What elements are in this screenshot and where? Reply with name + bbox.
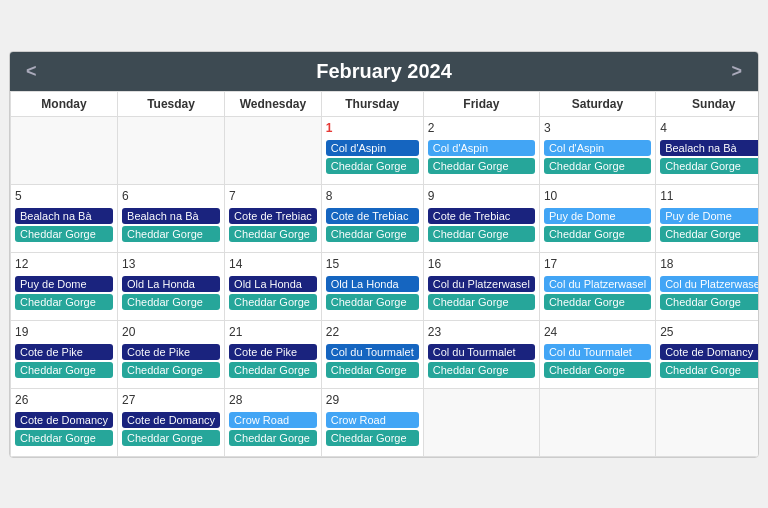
calendar-event[interactable]: Puy de Dome: [544, 208, 651, 224]
calendar-event[interactable]: Cheddar Gorge: [326, 226, 419, 242]
calendar-event[interactable]: Cheddar Gorge: [428, 226, 535, 242]
calendar-event[interactable]: Cheddar Gorge: [15, 362, 113, 378]
day-number: 27: [122, 393, 220, 409]
calendar-event[interactable]: Cheddar Gorge: [326, 158, 419, 174]
day-number: 18: [660, 257, 759, 273]
day-number: 26: [15, 393, 113, 409]
calendar-event[interactable]: Col du Platzerwasel: [660, 276, 759, 292]
calendar-event[interactable]: Cheddar Gorge: [428, 158, 535, 174]
day-number: 9: [428, 189, 535, 205]
day-number: 8: [326, 189, 419, 205]
calendar-event[interactable]: Bealach na Bà: [122, 208, 220, 224]
day-number: 2: [428, 121, 535, 137]
calendar-event[interactable]: Col du Tourmalet: [544, 344, 651, 360]
calendar-event[interactable]: Cheddar Gorge: [15, 430, 113, 446]
day-header-saturday: Saturday: [540, 92, 656, 117]
calendar-event[interactable]: Cheddar Gorge: [229, 226, 317, 242]
calendar-event[interactable]: Cheddar Gorge: [660, 158, 759, 174]
day-cell: 21Cote de PikeCheddar Gorge: [225, 321, 322, 389]
day-cell: 3Col d'AspinCheddar Gorge: [540, 117, 656, 185]
calendar-event[interactable]: Puy de Dome: [660, 208, 759, 224]
day-number: [15, 121, 113, 137]
calendar-event[interactable]: Cheddar Gorge: [326, 294, 419, 310]
calendar-event[interactable]: Crow Road: [229, 412, 317, 428]
calendar-event[interactable]: Bealach na Bà: [660, 140, 759, 156]
calendar-event[interactable]: Old La Honda: [229, 276, 317, 292]
calendar-event[interactable]: Cheddar Gorge: [428, 294, 535, 310]
day-number: 11: [660, 189, 759, 205]
day-number: [428, 393, 535, 409]
calendar-event[interactable]: Cote de Trebiac: [428, 208, 535, 224]
day-number: [660, 393, 759, 409]
day-cell: 17Col du PlatzerwaselCheddar Gorge: [540, 253, 656, 321]
calendar-event[interactable]: Cheddar Gorge: [660, 226, 759, 242]
calendar-event[interactable]: Cote de Trebiac: [229, 208, 317, 224]
day-number: 28: [229, 393, 317, 409]
day-number: [544, 393, 651, 409]
day-cell: 19Cote de PikeCheddar Gorge: [11, 321, 118, 389]
calendar-event[interactable]: Cote de Pike: [122, 344, 220, 360]
calendar-event[interactable]: Cheddar Gorge: [229, 362, 317, 378]
next-month-button[interactable]: >: [731, 61, 742, 82]
calendar-event[interactable]: Cheddar Gorge: [15, 226, 113, 242]
calendar-event[interactable]: Cheddar Gorge: [122, 430, 220, 446]
calendar-event[interactable]: Cheddar Gorge: [544, 362, 651, 378]
day-cell: 1Col d'AspinCheddar Gorge: [322, 117, 424, 185]
day-cell: 15Old La HondaCheddar Gorge: [322, 253, 424, 321]
day-cell: 16Col du PlatzerwaselCheddar Gorge: [424, 253, 540, 321]
calendar-event[interactable]: Col du Tourmalet: [326, 344, 419, 360]
day-cell: 27Cote de DomancyCheddar Gorge: [118, 389, 225, 457]
calendar-event[interactable]: Cote de Pike: [15, 344, 113, 360]
calendar-event[interactable]: Cheddar Gorge: [326, 362, 419, 378]
calendar-event[interactable]: Cote de Domancy: [15, 412, 113, 428]
day-header-friday: Friday: [424, 92, 540, 117]
calendar-event[interactable]: Cote de Pike: [229, 344, 317, 360]
calendar-grid: MondayTuesdayWednesdayThursdayFridaySatu…: [10, 91, 758, 457]
calendar-event[interactable]: Cheddar Gorge: [229, 294, 317, 310]
calendar-event[interactable]: Cheddar Gorge: [229, 430, 317, 446]
day-number: [122, 121, 220, 137]
calendar-event[interactable]: Cheddar Gorge: [660, 294, 759, 310]
day-cell: 9Cote de TrebiacCheddar Gorge: [424, 185, 540, 253]
calendar-event[interactable]: Col du Tourmalet: [428, 344, 535, 360]
calendar-header: < February 2024 >: [10, 52, 758, 91]
day-cell: 28Crow RoadCheddar Gorge: [225, 389, 322, 457]
day-number: 10: [544, 189, 651, 205]
day-number: 5: [15, 189, 113, 205]
prev-month-button[interactable]: <: [26, 61, 37, 82]
calendar-event[interactable]: Cheddar Gorge: [122, 362, 220, 378]
calendar-event[interactable]: Old La Honda: [326, 276, 419, 292]
day-cell: 5Bealach na BàCheddar Gorge: [11, 185, 118, 253]
day-cell: 10Puy de DomeCheddar Gorge: [540, 185, 656, 253]
calendar-event[interactable]: Cheddar Gorge: [660, 362, 759, 378]
calendar-event[interactable]: Puy de Dome: [15, 276, 113, 292]
calendar-event[interactable]: Cheddar Gorge: [428, 362, 535, 378]
day-cell: 6Bealach na BàCheddar Gorge: [118, 185, 225, 253]
calendar-event[interactable]: Cote de Domancy: [122, 412, 220, 428]
day-cell: [424, 389, 540, 457]
calendar-event[interactable]: Cheddar Gorge: [544, 294, 651, 310]
calendar-event[interactable]: Col d'Aspin: [544, 140, 651, 156]
calendar-event[interactable]: Crow Road: [326, 412, 419, 428]
calendar-event[interactable]: Cote de Trebiac: [326, 208, 419, 224]
calendar-event[interactable]: Cheddar Gorge: [122, 294, 220, 310]
day-number: 19: [15, 325, 113, 341]
calendar-event[interactable]: Bealach na Bà: [15, 208, 113, 224]
day-number: 4: [660, 121, 759, 137]
calendar-event[interactable]: Cheddar Gorge: [326, 430, 419, 446]
calendar-event[interactable]: Cheddar Gorge: [122, 226, 220, 242]
day-header-sunday: Sunday: [656, 92, 759, 117]
calendar-event[interactable]: Old La Honda: [122, 276, 220, 292]
calendar-event[interactable]: Cheddar Gorge: [15, 294, 113, 310]
calendar-event[interactable]: Cote de Domancy: [660, 344, 759, 360]
calendar-event[interactable]: Col d'Aspin: [326, 140, 419, 156]
day-number: 3: [544, 121, 651, 137]
day-number: 25: [660, 325, 759, 341]
calendar-event[interactable]: Col d'Aspin: [428, 140, 535, 156]
calendar-event[interactable]: Col du Platzerwasel: [428, 276, 535, 292]
calendar-event[interactable]: Cheddar Gorge: [544, 226, 651, 242]
calendar-title: February 2024: [316, 60, 452, 83]
day-header-monday: Monday: [11, 92, 118, 117]
calendar-event[interactable]: Cheddar Gorge: [544, 158, 651, 174]
calendar-event[interactable]: Col du Platzerwasel: [544, 276, 651, 292]
